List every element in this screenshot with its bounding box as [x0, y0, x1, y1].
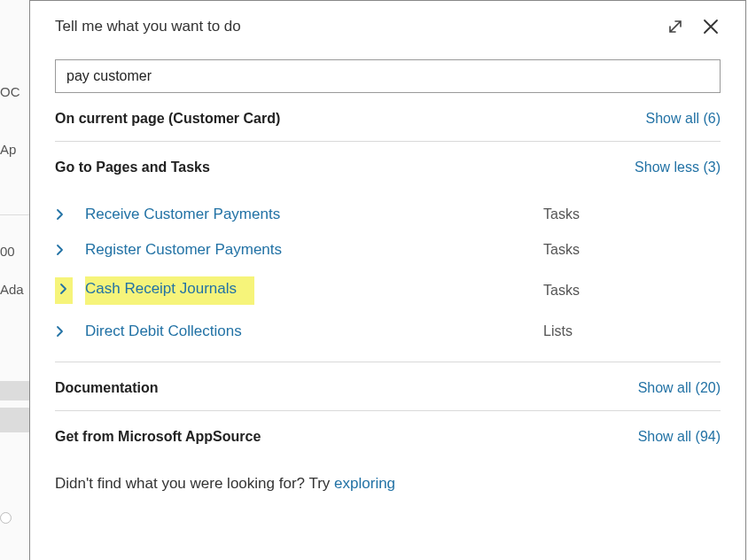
bg-text-0: OC	[0, 84, 20, 99]
footer-text: Didn't find what you were looking for? T…	[30, 459, 745, 493]
result-type: Lists	[543, 323, 721, 339]
section-appsource-action[interactable]: Show all (94)	[638, 429, 721, 445]
section-current-page-title: On current page (Customer Card)	[55, 111, 280, 127]
section-appsource-title: Get from Microsoft AppSource	[55, 429, 261, 445]
bg-text-3: Ada	[0, 282, 24, 297]
panel-title: Tell me what you want to do	[55, 18, 241, 35]
result-item[interactable]: Receive Customer PaymentsTasks	[55, 197, 721, 232]
results-list: Receive Customer PaymentsTasksRegister C…	[55, 190, 721, 362]
result-label[interactable]: Register Customer Payments	[85, 241, 282, 259]
section-documentation-action[interactable]: Show all (20)	[638, 380, 721, 396]
bg-text-2: 00	[0, 244, 15, 259]
close-icon[interactable]	[701, 17, 721, 36]
result-type: Tasks	[543, 206, 721, 222]
result-label[interactable]: Receive Customer Payments	[85, 206, 280, 223]
search-input[interactable]	[65, 67, 711, 85]
section-current-page-action[interactable]: Show all (6)	[646, 111, 721, 127]
search-box[interactable]	[55, 59, 721, 93]
result-item[interactable]: Direct Debit CollectionsLists	[55, 314, 721, 349]
section-documentation-title: Documentation	[55, 380, 158, 396]
chevron-right-icon	[55, 323, 73, 339]
bg-text-1: Ap	[0, 142, 16, 157]
expand-icon[interactable]	[666, 17, 685, 36]
section-pages-tasks-action[interactable]: Show less (3)	[635, 159, 721, 175]
result-type: Tasks	[543, 283, 721, 299]
section-pages-tasks-title: Go to Pages and Tasks	[55, 159, 210, 175]
chevron-right-icon	[55, 206, 73, 222]
result-type: Tasks	[543, 242, 721, 258]
tellme-panel: Tell me what you want to do On current p…	[29, 0, 746, 560]
chevron-right-icon	[55, 277, 73, 304]
chevron-right-icon	[55, 242, 73, 258]
exploring-link[interactable]: exploring	[334, 475, 395, 492]
result-label[interactable]: Direct Debit Collections	[85, 323, 242, 340]
result-item[interactable]: Register Customer PaymentsTasks	[55, 232, 721, 268]
result-item[interactable]: Cash Receipt JournalsTasks	[55, 268, 721, 314]
footer-prefix: Didn't find what you were looking for? T…	[55, 475, 334, 492]
result-label[interactable]: Cash Receipt Journals	[85, 276, 254, 305]
